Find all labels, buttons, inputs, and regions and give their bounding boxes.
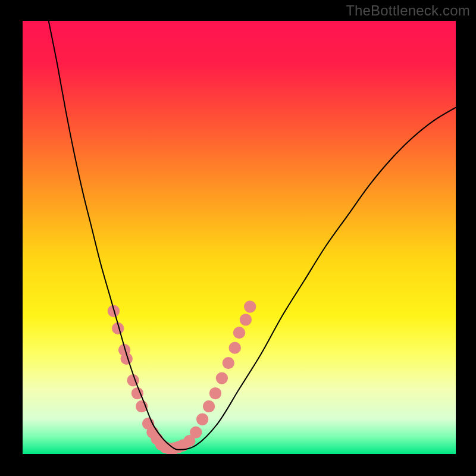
highlight-dots: [108, 300, 256, 454]
highlight-dot: [190, 426, 202, 438]
highlight-dot: [233, 327, 245, 339]
bottleneck-curve: [49, 21, 456, 450]
curve-layer: [23, 21, 456, 454]
highlight-dot: [223, 357, 234, 369]
highlight-dot: [229, 342, 241, 353]
plot-area: [23, 21, 456, 454]
highlight-dot: [203, 400, 215, 412]
highlight-dot: [216, 372, 228, 384]
highlight-dot: [209, 387, 221, 399]
highlight-dot: [196, 414, 208, 425]
highlight-dot: [244, 300, 256, 312]
watermark-text: TheBottleneck.com: [346, 2, 470, 19]
chart-root: TheBottleneck.com: [0, 0, 476, 476]
highlight-dot: [240, 314, 252, 325]
